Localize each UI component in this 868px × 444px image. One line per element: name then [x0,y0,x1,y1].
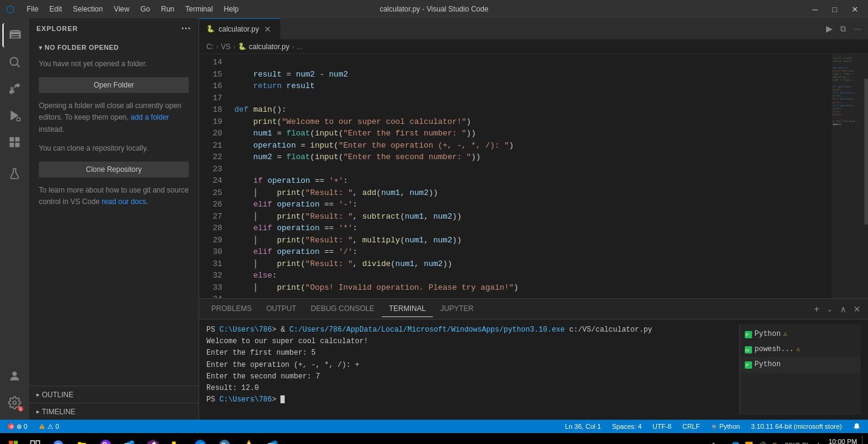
line-numbers: 14 15 16 17 18 19 20 21 22 23 24 25 26 2… [199,54,229,298]
read-docs-link[interactable]: read our docs [101,197,146,206]
tab-output[interactable]: OUTPUT [259,301,303,317]
add-folder-link[interactable]: add a folder [131,113,169,121]
tab-bar: 🐍 calculator.py ✕ ▶ ⧉ ··· [199,18,868,39]
outline-section[interactable]: OUTLINE [29,386,198,403]
svg-rect-15 [15,143,19,147]
terminal-line-2: Welcome to our super cool calculator! [206,336,739,347]
breadcrumb-more[interactable]: ... [297,43,303,51]
editor-tab-calculator[interactable]: 🐍 calculator.py ✕ [199,18,280,39]
speaker-icon[interactable]: 🔊 [758,442,767,445]
add-terminal-button[interactable]: + [812,302,822,316]
terminal-line-7: PS C:\Users\786> [206,394,739,406]
terminal-chevron-button[interactable]: ⌄ [824,304,835,315]
python-taskbar-button[interactable]: Py [214,437,236,444]
status-warnings[interactable]: ! ⚠ 0 [36,423,61,431]
explorer-window-button[interactable] [72,437,92,444]
scrollbar-thumb[interactable] [864,78,868,225]
tab-problems[interactable]: PROBLEMS [204,301,259,317]
terminal-session-powershell[interactable]: PS powesh... ⚠ [740,342,861,357]
menu-run[interactable]: Run [156,4,179,15]
breadcrumb-c[interactable]: C: [206,43,214,51]
chrome-button[interactable] [47,437,69,444]
activity-settings-icon[interactable]: 1 [2,391,27,415]
open-folder-button[interactable]: Open Folder [39,77,189,93]
tab-jupyter[interactable]: JUPYTER [433,301,481,317]
code-editor[interactable]: 14 15 16 17 18 19 20 21 22 23 24 25 26 2… [199,54,868,298]
system-clock[interactable]: 10:00 PM 7/31/2023 [827,438,857,444]
more-actions-button[interactable]: ··· [851,22,863,35]
status-ln-col[interactable]: Ln 36, Col 1 [563,423,603,430]
terminal-session-python2[interactable]: P Python [740,357,861,372]
run-button[interactable]: ▶ [824,22,835,35]
canva-button[interactable]: C [95,437,117,444]
menu-go[interactable]: Go [135,4,155,15]
terminal-content[interactable]: PS C:\Users\786> & C:/Users/786/AppData/… [206,324,739,415]
menu-file[interactable]: File [22,4,43,15]
tab-debug-console[interactable]: DEBUG CONSOLE [303,301,382,317]
activity-run-icon[interactable] [2,103,27,128]
breadcrumb-vs[interactable]: VS [221,43,231,51]
split-editor-button[interactable]: ⧉ [838,22,849,35]
vscode2-button[interactable] [262,437,283,444]
tab-terminal[interactable]: TERMINAL [382,301,433,317]
vscode2-taskbar-icon [267,440,278,444]
windows-explorer-button[interactable] [166,437,187,444]
onedrive-icon[interactable]: ☁ [720,442,727,445]
timeline-section[interactable]: TIMELINE [29,403,198,420]
maximize-button[interactable]: □ [829,4,841,15]
svg-rect-35 [36,441,39,444]
status-spaces[interactable]: Spaces: 4 [609,423,644,430]
status-line-ending[interactable]: CRLF [680,423,702,430]
terminal-line-6: Result: 12.0 [206,383,739,394]
menu-view[interactable]: View [109,4,134,15]
panel-actions: + ⌄ ∧ ✕ [812,302,863,316]
vlc-button[interactable] [238,437,260,444]
tab-close-button[interactable]: ✕ [263,25,273,33]
panel-tabs: PROBLEMS OUTPUT DEBUG CONSOLE TERMINAL J… [199,299,868,319]
show-desktop-button[interactable] [862,435,864,444]
panel-maximize-button[interactable]: ∧ [838,303,849,315]
activity-search-icon[interactable] [2,50,27,74]
menu-terminal[interactable]: Terminal [180,4,217,15]
svg-text:⊗: ⊗ [10,424,14,429]
activity-accounts-icon[interactable] [2,364,27,388]
activity-explorer-icon[interactable] [2,23,27,47]
svg-rect-0 [11,30,20,32]
menu-help[interactable]: Help [219,4,244,15]
visual-studio-button[interactable] [142,437,164,444]
edge-button[interactable] [189,437,211,444]
menu-edit[interactable]: Edit [44,4,67,15]
show-hidden-tray-button[interactable]: ^ [712,442,715,444]
start-button[interactable] [4,438,23,444]
menu-selection[interactable]: Selection [68,4,107,15]
svg-text:!: ! [41,425,42,429]
wifi-icon: 📶 [745,442,753,445]
terminal-session-name1: Python [754,329,781,340]
visual-studio-icon [147,439,159,444]
minimize-button[interactable]: ─ [809,4,821,15]
terminal-session-python1[interactable]: P Python ⚠ [740,327,861,342]
close-button[interactable]: ✕ [848,4,862,15]
panel-close-button[interactable]: ✕ [851,303,863,315]
panel: PROBLEMS OUTPUT DEBUG CONSOLE TERMINAL J… [199,298,868,420]
code-content[interactable]: result = num2 - num2 return result def m… [229,54,832,298]
powershell-session-icon: PS [745,346,752,353]
terminal-line-4: Enter the operation (+, -, *, /): + [206,360,739,371]
tab-python-icon: 🐍 [206,25,215,33]
status-notifications[interactable] [850,423,863,431]
network-icon[interactable]: 🌐 [731,442,740,445]
activity-flask-icon[interactable] [2,162,27,186]
activity-source-control-icon[interactable] [2,77,27,101]
no-folder-text1: You have not yet opened a folder. [39,58,189,70]
taskview-button[interactable] [25,438,45,444]
status-encoding[interactable]: UTF-8 [650,423,674,430]
svg-marker-56 [268,440,277,444]
status-language[interactable]: Py Python [708,423,742,430]
clone-repository-button[interactable]: Clone Repository [39,162,189,177]
breadcrumb-file[interactable]: calculator.py [249,43,290,51]
status-python-version[interactable]: 3.10.11 64-bit (microsoft store) [748,423,844,430]
status-errors[interactable]: ⊗ ⊗ 0 [5,423,30,431]
sidebar-menu-button[interactable]: ··· [181,23,191,34]
activity-extensions-icon[interactable] [2,130,27,154]
vscode-taskbar-button[interactable] [119,437,140,444]
